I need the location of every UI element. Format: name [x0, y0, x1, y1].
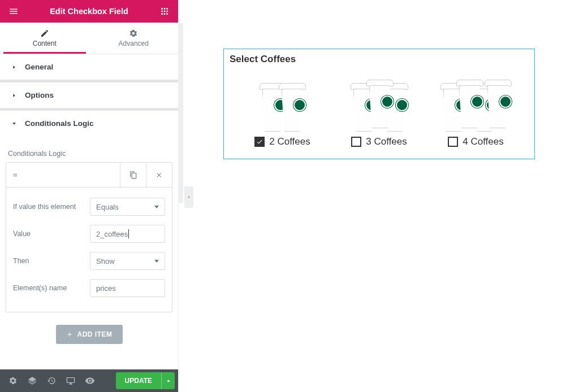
preview-canvas: Select Coffees 2 Coffees3 Coffees4 Coffe… — [179, 0, 579, 392]
settings-button[interactable] — [3, 369, 23, 392]
remove-button[interactable] — [146, 163, 172, 187]
tab-advanced[interactable]: Advanced — [89, 23, 179, 54]
checkbox-options: 2 Coffees3 Coffees4 Coffees — [230, 68, 529, 147]
section-options-label: Options — [25, 91, 54, 99]
panel-title: Edit Checkbox Field — [50, 7, 128, 16]
gear-icon — [129, 29, 138, 38]
responsive-button[interactable] — [61, 369, 80, 392]
sidebar-header: Edit Checkbox Field — [0, 0, 178, 23]
text-cursor — [128, 229, 129, 238]
then-action-select[interactable]: Show — [90, 252, 165, 270]
preview-button[interactable] — [80, 369, 100, 392]
widget-title: Select Coffees — [230, 54, 529, 65]
history-button[interactable] — [42, 369, 61, 392]
update-label: UPDATE — [125, 377, 152, 385]
option-label-row: 3 Coffees — [351, 136, 407, 147]
element-name-label: Element(s) name — [13, 284, 85, 292]
option-image — [261, 68, 305, 132]
duplicate-button[interactable] — [120, 163, 146, 187]
add-item-label: ADD ITEM — [77, 330, 113, 338]
section-options[interactable]: Options — [0, 82, 178, 108]
coffee-cup-icon — [457, 80, 482, 128]
coffee-cup-icon — [486, 80, 511, 128]
caret-right-icon — [11, 93, 17, 98]
panel-scroll[interactable]: General Options Conditionals Logic Condi… — [0, 54, 178, 369]
caret-right-icon — [11, 64, 17, 70]
chevron-left-icon — [187, 194, 191, 201]
checkbox-widget-preview[interactable]: Select Coffees 2 Coffees3 Coffees4 Coffe… — [223, 49, 535, 159]
sidebar-footer: UPDATE — [0, 369, 178, 392]
coffee-cup-icon — [280, 83, 305, 132]
panel-tabs: Content Advanced — [0, 23, 178, 54]
conditionals-logic-label: Conditionals Logic — [6, 142, 172, 162]
element-name-text: prices — [96, 284, 116, 293]
option-label: 3 Coffees — [366, 136, 407, 147]
option-label-row: 4 Coffees — [448, 136, 503, 147]
checkbox[interactable] — [448, 137, 458, 147]
element-name-input[interactable]: prices — [90, 279, 165, 297]
option-label: 2 Coffees — [269, 136, 310, 147]
monitor-icon — [66, 376, 75, 385]
value-input-text: 2_coffees — [96, 230, 128, 238]
then-label: Then — [13, 257, 85, 265]
coffee-cup-icon — [368, 80, 392, 128]
tab-advanced-label: Advanced — [119, 40, 149, 47]
update-button[interactable]: UPDATE — [116, 372, 161, 389]
plus-icon — [66, 331, 73, 338]
if-operator-select[interactable]: Equals — [90, 198, 165, 216]
section-conditionals[interactable]: Conditionals Logic — [0, 111, 178, 136]
collapse-sidebar-handle[interactable] — [184, 186, 193, 208]
eye-icon — [85, 376, 95, 386]
tab-content[interactable]: Content — [0, 23, 89, 54]
check-icon — [256, 138, 263, 145]
logic-item-header[interactable]: = — [6, 163, 172, 188]
widgets-grid-icon[interactable] — [158, 5, 171, 18]
section-general[interactable]: General — [0, 54, 178, 80]
editor-sidebar: Edit Checkbox Field Content Advanced Gen… — [0, 0, 179, 392]
checkbox[interactable] — [254, 137, 265, 147]
menu-icon[interactable] — [7, 5, 20, 18]
checkbox-option[interactable]: 4 Coffees — [427, 68, 524, 147]
option-label-row: 2 Coffees — [254, 136, 310, 147]
scroll-gutter — [179, 23, 183, 203]
history-icon — [47, 376, 56, 385]
option-image — [442, 68, 511, 132]
value-input[interactable]: 2_coffees — [90, 225, 165, 243]
tab-content-label: Content — [33, 40, 57, 47]
navigator-button[interactable] — [23, 369, 42, 392]
logic-item-title: = — [6, 163, 120, 187]
copy-icon — [129, 171, 137, 179]
close-icon — [156, 172, 163, 178]
checkbox-option[interactable]: 3 Coffees — [331, 68, 427, 147]
conditionals-panel: Conditionals Logic = If value this eleme… — [0, 136, 178, 355]
checkbox[interactable] — [351, 137, 361, 147]
caret-down-icon — [11, 121, 17, 127]
option-image — [352, 68, 407, 132]
caret-up-icon — [166, 378, 171, 384]
value-label: Value — [13, 230, 85, 238]
checkbox-option[interactable]: 2 Coffees — [234, 68, 331, 147]
if-operator-value: Equals — [96, 203, 119, 211]
layers-icon — [28, 376, 37, 385]
section-conditionals-label: Conditionals Logic — [25, 119, 94, 128]
option-label: 4 Coffees — [463, 136, 503, 147]
add-item-button[interactable]: ADD ITEM — [56, 325, 123, 344]
logic-item-body: If value this element Equals Value 2_cof… — [6, 188, 172, 312]
logic-item: = If value this element Equals — [6, 162, 172, 312]
section-general-label: General — [25, 63, 53, 71]
pencil-icon — [40, 29, 49, 38]
if-operator-label: If value this element — [13, 203, 85, 211]
then-action-value: Show — [96, 257, 115, 265]
gear-icon — [8, 376, 18, 385]
update-options-button[interactable] — [161, 372, 175, 389]
